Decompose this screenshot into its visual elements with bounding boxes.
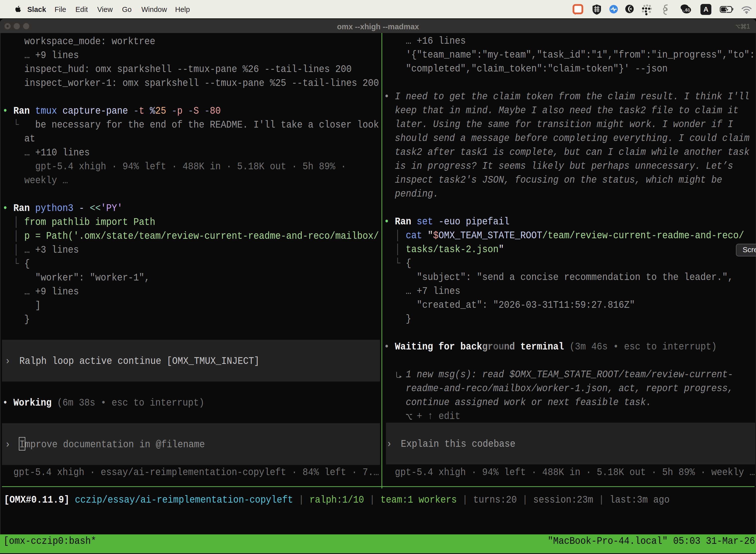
svg-text:..61: ..61 (683, 8, 690, 12)
